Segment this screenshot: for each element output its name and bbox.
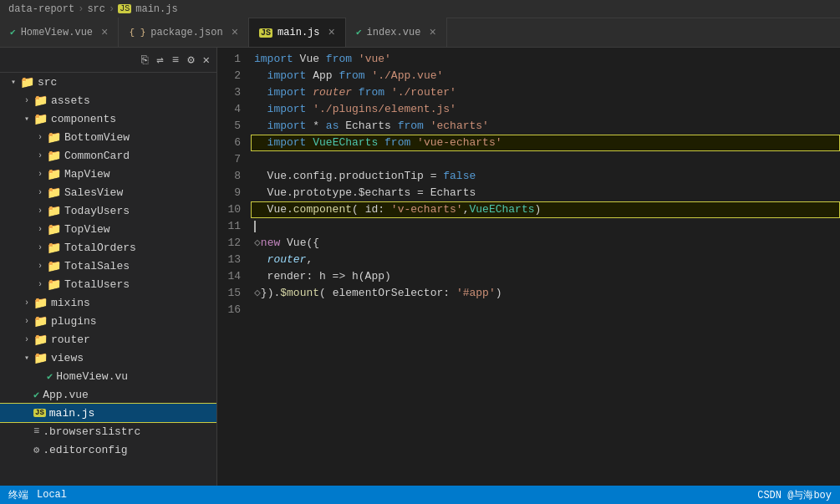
expand-arrow: › [33,206,47,216]
close-icon[interactable]: × [429,27,435,38]
code-line: 9 Vue.prototype.$echarts = Echarts [217,185,840,201]
sidebar: ⎘ ⇌ ≡ ⚙ ✕ ▾ 📁 src › 📁 assets ▾ 📁 compone… [0,48,217,486]
tree-item-homeviewfile[interactable]: ✔ HomeView.vu [0,367,216,385]
tree-item-label: TopView [64,223,110,236]
tree-item-totalusers[interactable]: › 📁 TotalUsers [0,275,216,293]
tab-indexvue[interactable]: ✔ index.vue × [346,18,447,47]
tab-homeview[interactable]: ✔ HomeView.vue × [0,18,119,47]
json-icon: { } [129,28,145,38]
code-line: 13 router, [217,252,840,268]
status-bar: 终端 Local CSDN @与海boy [0,486,840,504]
close-icon[interactable]: × [101,27,108,38]
tree-item-views[interactable]: ▾ 📁 views [0,349,216,367]
code-lines: 1 import Vue from 'vue' 2 import App fro… [217,48,840,322]
folder-icon: 📁 [20,75,34,89]
code-line: 11 [217,218,840,235]
tab-label: main.js [277,27,319,38]
line-number: 9 [217,185,251,201]
expand-arrow: › [20,96,33,105]
tree-item-totalorders[interactable]: › 📁 TotalOrders [0,238,216,257]
gear-file-icon: ⚙ [33,444,39,456]
line-content [251,218,840,235]
folder-icon: 📁 [47,167,61,181]
line-number: 7 [217,151,251,168]
code-line: 5 import * as Echarts from 'echarts' [217,118,840,135]
line-number: 8 [217,168,251,185]
line-content [251,151,840,168]
tree-item-bottomview[interactable]: › 📁 BottomView [0,128,216,146]
code-line: 12 ◇new Vue({ [217,235,840,252]
tree-item-label: TotalSales [64,260,130,272]
close-icon[interactable]: × [328,27,335,38]
rc-file-icon: ≡ [33,425,39,437]
tree-item-label: TodayUsers [64,205,130,217]
split-icon[interactable]: ⇌ [156,53,163,67]
expand-arrow: › [33,243,47,252]
line-content: ◇}).$mount( elementOrSelector: '#app') [251,285,840,302]
line-number: 16 [217,302,251,318]
expand-arrow: › [33,280,47,289]
line-content [251,302,840,318]
js-file-icon: JS [33,409,46,417]
code-line: 6 import VueECharts from 'vue-echarts' [217,135,840,151]
expand-arrow: › [33,170,47,179]
tree-item-plugins[interactable]: › 📁 plugins [0,312,216,330]
close-icon[interactable]: ✕ [203,53,210,67]
tree-item-src[interactable]: ▾ 📁 src [0,73,216,91]
status-right: CSDN @与海boy [757,488,832,502]
line-number: 5 [217,118,251,135]
tab-mainjs[interactable]: JS main.js × [249,18,346,47]
line-number: 1 [217,51,251,68]
align-icon[interactable]: ≡ [172,53,179,67]
code-line: 8 Vue.config.productionTip = false [217,168,840,185]
line-number: 12 [217,235,251,252]
tree-item-todayusers[interactable]: › 📁 TodayUsers [0,201,216,220]
expand-arrow: ▾ [20,353,33,363]
breadcrumb-part: data-report [8,3,74,15]
line-number: 15 [217,285,251,302]
line-content: import router from './router' [251,84,840,101]
folder-icon: 📁 [33,314,48,328]
tree-item-assets[interactable]: › 📁 assets [0,91,216,109]
tree-item-label: TotalUsers [64,278,130,291]
settings-icon[interactable]: ⚙ [187,53,194,67]
sidebar-toolbar: ⎘ ⇌ ≡ ⚙ ✕ [0,48,216,73]
line-number: 2 [217,68,251,84]
expand-arrow: › [20,317,33,326]
folder-icon: 📁 [47,130,61,145]
tree-item-browserslistrc[interactable]: ≡ .browserslistrc [0,422,216,440]
expand-arrow: › [33,262,47,271]
tree-item-totalsales[interactable]: › 📁 TotalSales [0,257,216,275]
tree-item-label: plugins [51,315,97,328]
line-content: Vue.prototype.$echarts = Echarts [251,185,840,201]
code-line: 15 ◇}).$mount( elementOrSelector: '#app'… [217,285,840,302]
folder-icon: 📁 [47,259,61,273]
tab-package[interactable]: { } package.json × [119,18,249,47]
tree-item-label: src [38,76,57,89]
line-content: import Vue from 'vue' [251,51,840,68]
line-content: import './plugins/element.js' [251,101,840,118]
line-number: 11 [217,218,251,235]
tree-item-mainjs[interactable]: JS main.js [0,404,216,422]
line-content: import * as Echarts from 'echarts' [251,118,840,135]
tree-item-mixins[interactable]: › 📁 mixins [0,293,216,312]
line-content: Vue.config.productionTip = false [251,168,840,185]
tree-item-commoncard[interactable]: › 📁 CommonCard [0,146,216,165]
line-number: 3 [217,84,251,101]
code-editor[interactable]: 1 import Vue from 'vue' 2 import App fro… [217,48,840,486]
tree-item-mapview[interactable]: › 📁 MapView [0,165,216,183]
line-number: 14 [217,268,251,285]
folder-icon: 📁 [33,351,48,365]
tree-item-appvue[interactable]: ✔ App.vue [0,385,216,404]
tree-item-components[interactable]: ▾ 📁 components [0,109,216,128]
tree-item-salesview[interactable]: › 📁 SalesView [0,183,216,201]
code-line: 16 [217,302,840,318]
expand-arrow: › [20,298,33,308]
copy-icon[interactable]: ⎘ [141,53,148,67]
tree-item-router[interactable]: › 📁 router [0,330,216,349]
tree-item-editorconfig[interactable]: ⚙ .editorconfig [0,440,216,459]
close-icon[interactable]: × [232,27,238,38]
line-content: import VueECharts from 'vue-echarts' [251,135,840,151]
tree-item-topview[interactable]: › 📁 TopView [0,220,216,238]
folder-icon: 📁 [47,222,61,237]
